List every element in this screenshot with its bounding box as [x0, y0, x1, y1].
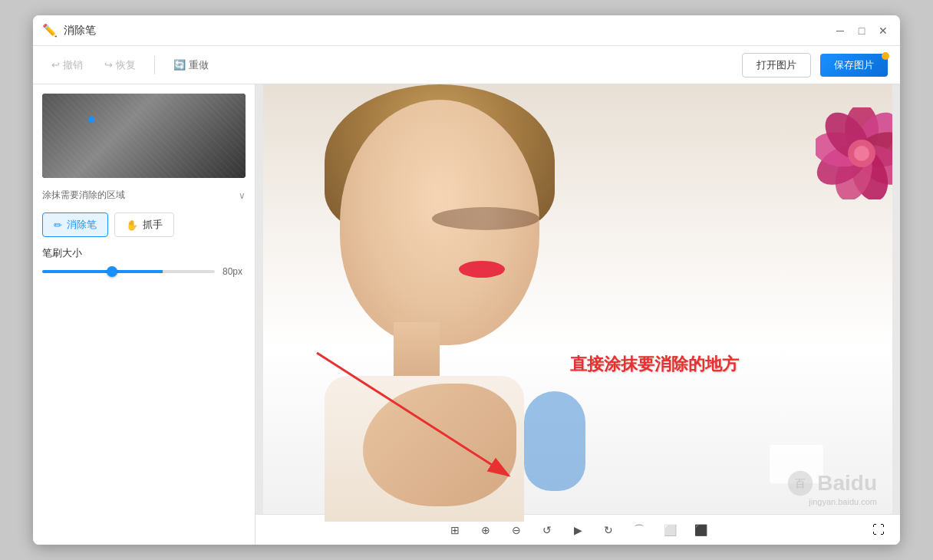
fullscreen-button[interactable]: ⛶ [872, 523, 885, 537]
eraser-label: 消除笔 [67, 218, 97, 232]
play-button[interactable]: ▶ [569, 521, 587, 539]
annotation-text: 直接涂抹要消除的地方 [570, 353, 739, 376]
toolbar-separator [154, 56, 155, 74]
main-toolbar: ↩ 撤销 ↪ 恢复 🔄 重做 打开图片 保存图片 [33, 46, 900, 84]
paint-brush-area [524, 391, 585, 491]
baidu-text: Baidu [817, 471, 877, 496]
redo-label: 重做 [189, 58, 209, 72]
rotate-right-button[interactable]: ↻ [599, 521, 618, 539]
baidu-icon: 百 [786, 469, 814, 497]
brush-size-label: 笔刷大小 [42, 246, 246, 260]
grid-button[interactable]: ⊞ [446, 521, 464, 539]
svg-text:百: 百 [795, 477, 806, 489]
restore-button[interactable]: ↪ 恢复 [98, 55, 142, 75]
title-bar: ✏️ 消除笔 ─ □ ✕ [33, 15, 900, 46]
svg-point-10 [854, 146, 869, 161]
jingyan-text: jingyan.baidu.com [809, 497, 877, 506]
app-window: ✏️ 消除笔 ─ □ ✕ ↩ 撤销 ↪ 恢复 🔄 重做 打开图片 保存图片 [33, 15, 900, 545]
zoom-in-button[interactable]: ⊕ [476, 521, 495, 539]
app-icon: ✏️ [42, 23, 58, 38]
lips [459, 261, 505, 278]
redo-icon: 🔄 [173, 59, 186, 71]
maximize-button[interactable]: □ [854, 23, 869, 38]
main-area: 涂抹需要消除的区域 ∨ ✏ 消除笔 ✋ 抓手 笔刷大小 80px [33, 84, 900, 545]
tools-row: ✏ 消除笔 ✋ 抓手 [42, 212, 246, 237]
preview-image [42, 94, 246, 178]
brush-slider-row: 80px [42, 266, 246, 277]
undo-label: 撤销 [63, 58, 83, 72]
brush-section: 笔刷大小 80px [42, 246, 246, 277]
restore-icon: ↪ [104, 59, 113, 71]
eraser-icon: ✏ [54, 219, 62, 231]
preview-dot [88, 117, 94, 123]
eye-shadow [432, 207, 539, 230]
minimize-button[interactable]: ─ [832, 23, 848, 38]
undo-icon: ↩ [51, 59, 60, 71]
hand-label: 抓手 [143, 218, 163, 232]
flower-decoration [816, 107, 892, 199]
preview-label: 涂抹需要消除的区域 ∨ [42, 187, 246, 203]
window-controls: ─ □ ✕ [832, 23, 891, 38]
open-image-button[interactable]: 打开图片 [742, 53, 811, 77]
curve-button[interactable]: ⌒ [630, 521, 648, 539]
sidebar: 涂抹需要消除的区域 ∨ ✏ 消除笔 ✋ 抓手 笔刷大小 80px [33, 84, 256, 545]
close-button[interactable]: ✕ [875, 23, 891, 38]
hand-tool-button[interactable]: ✋ 抓手 [114, 212, 174, 237]
save-image-button[interactable]: 保存图片 [820, 54, 888, 77]
chevron-down-icon: ∨ [239, 190, 246, 201]
restore-label: 恢复 [116, 58, 136, 72]
canvas-area[interactable]: 直接涂抹要消除的地方 百 Baidu jingyan.baidu.com ⊞ [256, 84, 900, 545]
rotate-left-button[interactable]: ↺ [538, 521, 556, 539]
eraser-tool-button[interactable]: ✏ 消除笔 [42, 212, 108, 237]
preview-label-text: 涂抹需要消除的区域 [42, 189, 125, 202]
window-title: 消除笔 [64, 24, 832, 38]
fullscreen-icon: ⛶ [872, 523, 885, 536]
layout-button[interactable]: ⬛ [691, 521, 710, 539]
hand-icon: ✋ [126, 219, 138, 231]
zoom-out-button[interactable]: ⊖ [507, 521, 526, 539]
undo-button[interactable]: ↩ 撤销 [45, 55, 89, 75]
baidu-watermark: 百 Baidu jingyan.baidu.com [786, 469, 877, 506]
redo-button[interactable]: 🔄 重做 [167, 55, 215, 75]
brush-size-slider[interactable] [42, 270, 215, 273]
face-area [340, 100, 539, 345]
baidu-logo: 百 Baidu [786, 469, 877, 497]
brush-size-value: 80px [223, 266, 246, 277]
preview-box [42, 94, 246, 178]
image-canvas[interactable]: 直接涂抹要消除的地方 百 Baidu jingyan.baidu.com [263, 84, 892, 522]
crop-button[interactable]: ⬜ [661, 521, 679, 539]
